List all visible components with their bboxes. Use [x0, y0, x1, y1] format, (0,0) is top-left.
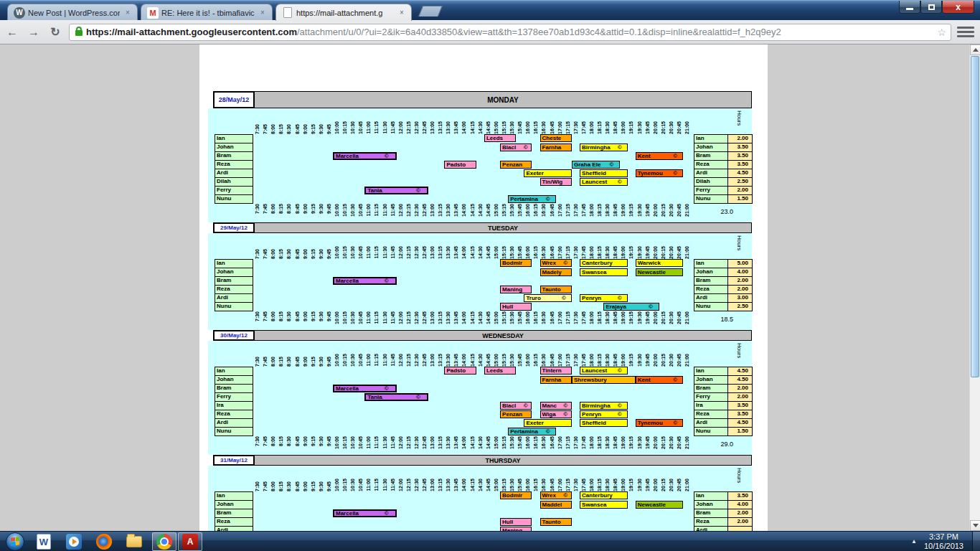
time-label: 9:30 — [317, 249, 325, 259]
tray-expand-button[interactable]: ▲ — [904, 538, 924, 545]
time-label: 19:30 — [636, 479, 644, 491]
time-label: 9:15 — [309, 357, 317, 367]
block-label: Padsto — [446, 161, 466, 168]
time-label: 13:30 — [444, 354, 452, 367]
time-slot: 7:45 — [261, 311, 269, 321]
schedule-block: Exeter — [524, 419, 572, 427]
gantt-track: HullTaunto — [253, 518, 692, 527]
copyright-mark: © — [385, 278, 395, 284]
schedule-block: Marcella© — [333, 385, 397, 392]
taskbar-clock[interactable]: 3:37 PM 10/16/2013 — [924, 532, 972, 551]
time-label: 20:45 — [675, 436, 683, 449]
tab-wordpress[interactable]: W New Post | WordPress.con × — [7, 4, 138, 21]
time-label: 21:00 — [683, 311, 691, 324]
date-label: 29/May/12 — [213, 222, 255, 233]
time-label: 10:30 — [349, 311, 357, 324]
time-label: 13:15 — [436, 436, 444, 449]
time-slot: 12:45 — [420, 311, 428, 324]
time-label: 13:00 — [428, 436, 436, 449]
minimize-button[interactable] — [899, 1, 920, 14]
taskbar-item-media-player[interactable] — [62, 532, 86, 551]
taskbar-item-chrome[interactable] — [152, 532, 176, 551]
tab-close-icon[interactable]: × — [258, 8, 268, 18]
tab-close-icon[interactable]: × — [123, 8, 133, 18]
time-label: 11:30 — [381, 121, 389, 134]
forward-button[interactable]: → — [24, 23, 43, 42]
time-label: 9:30 — [317, 124, 325, 134]
close-button[interactable]: x — [942, 1, 974, 14]
time-slot: 14:30 — [476, 479, 484, 491]
time-slot: 13:00 — [428, 354, 436, 367]
schedule-block: Canterbury — [580, 259, 628, 267]
time-slot: 10:00 — [333, 311, 341, 324]
time-slot: 19:15 — [627, 354, 635, 367]
refresh-button[interactable]: ↻ — [46, 23, 65, 42]
tab-attachment[interactable]: https://mail-attachment.g × — [275, 4, 412, 21]
time-slot: 19:00 — [619, 121, 627, 134]
time-label: 19:30 — [636, 121, 644, 134]
time-slot: 13:15 — [436, 121, 444, 134]
copyright-mark: © — [673, 153, 682, 159]
time-label: 17:00 — [556, 311, 564, 324]
bookmark-star-icon[interactable]: ☆ — [937, 27, 946, 38]
back-button[interactable]: ← — [3, 23, 22, 42]
tab-close-icon[interactable]: × — [397, 8, 407, 18]
hours-value: 4.50 — [728, 419, 753, 428]
time-label: 9:45 — [325, 357, 333, 367]
time-slot: 15:30 — [508, 354, 516, 367]
time-slot: 18:00 — [588, 204, 595, 217]
hours-value: 1.50 — [728, 195, 753, 204]
time-slot: 9:00 — [301, 311, 309, 321]
https-lock-icon[interactable] — [75, 30, 83, 36]
time-label: 8:30 — [285, 481, 293, 491]
time-label: 14:45 — [484, 354, 492, 367]
maximize-button[interactable] — [920, 1, 942, 14]
time-label: 17:00 — [556, 436, 564, 449]
time-label: 13:45 — [452, 479, 460, 491]
time-label: 17:00 — [556, 121, 564, 134]
scroll-down-button[interactable] — [970, 520, 980, 531]
time-label: 10:30 — [349, 246, 357, 259]
vertical-scrollbar[interactable] — [969, 44, 980, 531]
time-label: 15:30 — [508, 354, 516, 367]
show-desktop-button[interactable] — [972, 532, 980, 551]
gantt-track: Tania© — [253, 187, 692, 195]
chrome-menu-button[interactable] — [957, 25, 974, 39]
gantt-track: PadstoLeedsTinternLauncest© — [253, 367, 692, 376]
time-slot: 14:45 — [484, 311, 492, 324]
time-label: 10:45 — [357, 311, 364, 324]
time-slot: 20:30 — [667, 354, 675, 367]
time-slot: 9:45 — [325, 311, 333, 321]
taskbar-item-adobe[interactable]: A — [178, 532, 202, 551]
taskbar-item-firefox[interactable] — [92, 532, 116, 551]
time-slot: 20:00 — [651, 354, 659, 367]
time-slot: 9:00 — [301, 481, 309, 491]
time-slot: 14:30 — [476, 204, 484, 217]
scroll-up-button[interactable] — [970, 44, 980, 55]
address-bar[interactable]: https://mail-attachment.googleuserconten… — [69, 24, 951, 41]
url-text: https://mail-attachment.googleuserconten… — [86, 27, 934, 37]
scrollbar-thumb[interactable] — [971, 56, 979, 377]
time-label: 20:45 — [675, 121, 683, 134]
gantt-track: MaddelSwanseaNewcastle — [253, 501, 692, 509]
time-slot: 10:15 — [341, 311, 349, 324]
time-slot: 20:15 — [659, 121, 667, 134]
new-tab-button[interactable] — [418, 6, 443, 17]
member-name: Nunu — [215, 428, 253, 436]
time-slot: 11:45 — [389, 311, 397, 324]
block-label: Blacl — [502, 144, 516, 151]
time-slot: 15:00 — [492, 121, 500, 134]
hours-value: 2.00 — [728, 277, 753, 286]
schedule-block: Hull — [500, 518, 532, 526]
taskbar-item-explorer[interactable] — [122, 532, 146, 551]
tab-gmail[interactable]: M RE: Here it is! - tbimafiavic × — [141, 4, 273, 21]
time-slot: 9:00 — [301, 204, 309, 214]
schedule-block: Tania© — [364, 393, 428, 401]
time-label: 20:30 — [667, 479, 675, 491]
taskbar-item-word[interactable]: W — [32, 532, 56, 551]
start-button[interactable] — [6, 532, 24, 551]
time-slot: 20:00 — [651, 436, 659, 449]
block-label: Birmingha — [582, 402, 611, 409]
copyright-mark: © — [618, 144, 626, 151]
schedule-row: IraBlacl©Manc©Birmingha©Ira3.50 — [208, 402, 752, 410]
